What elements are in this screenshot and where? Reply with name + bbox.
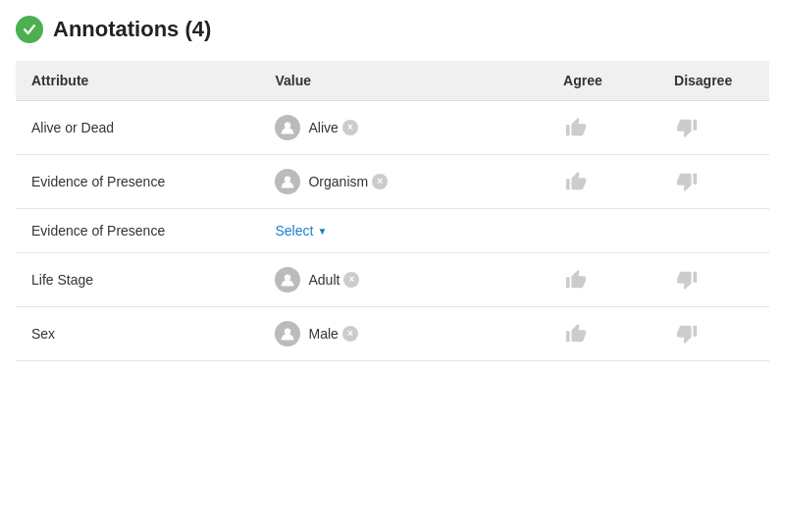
remove-value-button[interactable]: × [342,326,358,342]
value-tag: Organism× [308,174,388,189]
disagree-cell [658,101,769,155]
col-header-attribute: Attribute [16,61,259,101]
value-label: Adult [308,272,340,288]
value-cell[interactable]: Select▼ [259,209,548,253]
value-tag: Adult× [308,272,359,288]
table-row: Alive or Dead Alive× [16,101,769,155]
remove-value-button[interactable]: × [372,174,388,189]
value-content: Adult× [275,267,532,293]
user-avatar-icon [275,115,300,140]
annotations-header: Annotations (4) [16,16,769,43]
col-header-disagree: Disagree [658,61,769,101]
value-cell: Male× [259,307,548,361]
attribute-cell: Sex [16,307,259,361]
value-cell: Adult× [259,253,548,307]
annotations-table: Attribute Value Agree Disagree Alive or … [16,61,769,361]
table-row: Life Stage Adult× [16,253,769,307]
disagree-cell [658,253,769,307]
value-label: Organism [308,174,368,189]
agree-cell [548,155,658,209]
page-title: Annotations (4) [53,17,211,42]
attribute-cell: Evidence of Presence [16,209,259,253]
table-row: Sex Male× [16,307,769,361]
attribute-cell: Alive or Dead [16,101,259,155]
value-label: Alive [308,120,338,135]
caret-icon: ▼ [317,226,327,237]
agree-cell [548,209,658,253]
table-row: Evidence of Presence Organism× [16,155,769,209]
agree-cell [548,307,658,361]
svg-point-3 [285,328,290,334]
user-avatar-icon [275,267,300,293]
agree-cell [548,253,658,307]
attribute-cell: Life Stage [16,253,259,307]
value-content: Alive× [275,115,532,140]
value-cell: Alive× [259,101,548,155]
value-content: Organism× [275,169,532,194]
select-dropdown-button[interactable]: Select▼ [275,223,327,239]
value-cell: Organism× [259,155,548,209]
select-label: Select [275,223,313,239]
disagree-cell [658,155,769,209]
user-avatar-icon [275,169,300,194]
agree-button[interactable] [563,321,589,346]
svg-point-0 [285,122,290,128]
attribute-cell: Evidence of Presence [16,155,259,209]
agree-cell [548,101,658,155]
value-tag: Male× [308,326,357,342]
user-avatar-icon [275,321,300,346]
table-header: Attribute Value Agree Disagree [16,61,769,101]
remove-value-button[interactable]: × [342,120,358,135]
table-row: Evidence of PresenceSelect▼ [16,209,769,253]
disagree-button[interactable] [674,321,700,346]
agree-button[interactable] [563,169,589,194]
disagree-button[interactable] [674,169,700,194]
value-content: Male× [275,321,532,346]
svg-point-2 [285,274,290,280]
value-tag: Alive× [308,120,357,135]
disagree-button[interactable] [674,267,700,293]
col-header-agree: Agree [548,61,658,101]
value-label: Male [308,326,338,342]
disagree-button[interactable] [674,115,700,140]
check-icon [16,16,43,43]
disagree-cell [658,307,769,361]
agree-button[interactable] [563,115,589,140]
col-header-value: Value [259,61,548,101]
disagree-cell [658,209,769,253]
svg-point-1 [285,176,290,182]
agree-button[interactable] [563,267,589,293]
remove-value-button[interactable]: × [343,272,359,288]
